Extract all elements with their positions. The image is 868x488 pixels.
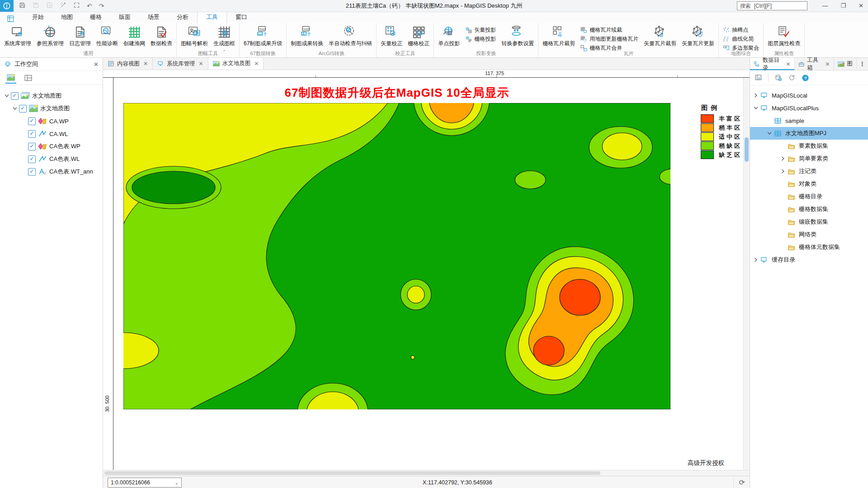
system-library-button[interactable]: 系统库管理 <box>1 25 34 47</box>
layer-row-ca-colortable-wl[interactable]: ✓ CA色表.WL <box>0 153 103 165</box>
catalog-row-mapgislocal[interactable]: MapGISLocal <box>750 89 868 102</box>
vertical-scrollbar[interactable] <box>743 78 750 470</box>
catalog-row-raster-catalog[interactable]: 栅格目录 <box>750 190 868 203</box>
chevron-down-icon[interactable] <box>3 94 11 98</box>
ribbon-tab-analysis[interactable]: 分析 <box>168 12 197 23</box>
catalog-row-simple-feature-class[interactable]: 简单要素类 <box>750 152 868 165</box>
help-icon[interactable]: ? <box>802 74 809 82</box>
catalog-row-annotation-class[interactable]: 注记类 <box>750 165 868 178</box>
ribbon-tab-map[interactable]: 地图 <box>52 12 81 23</box>
data-check-button[interactable]: 数据检查 <box>148 25 175 47</box>
catalog-row-hydrogeology-mpj[interactable]: 水文地质图MPJ <box>750 127 868 140</box>
save-all-icon[interactable] <box>46 2 53 10</box>
refresh-icon[interactable] <box>788 74 796 81</box>
workspace-close-icon[interactable]: ✕ <box>94 61 99 68</box>
doc-tab-hydrogeology-map[interactable]: 水文地质图✕ <box>208 58 264 70</box>
minimize-button[interactable]: — <box>822 0 828 12</box>
catalog-row-mapgislocalplus[interactable]: MapGISLocalPlus <box>750 102 868 114</box>
doc-tab-content-view[interactable]: 内容视图✕ <box>103 58 153 70</box>
more-tabs-icon[interactable]: ⋮ <box>857 58 868 70</box>
thematic-map[interactable] <box>123 103 670 409</box>
chevron-down-icon[interactable] <box>11 106 19 111</box>
vertical-scrollbar-thumb[interactable] <box>745 137 749 162</box>
add-datasource-icon[interactable] <box>774 74 782 81</box>
layer-checkbox[interactable]: ✓ <box>19 105 27 113</box>
update-tiles-by-map-button[interactable]: 用地图更新栅格瓦片 <box>580 35 638 43</box>
doc-tab-system-library[interactable]: 系统库管理✕ <box>153 58 208 70</box>
panel-settings-icon[interactable] <box>755 74 762 81</box>
scale-select[interactable]: 1:0.0005216066 ⌄ <box>108 478 182 488</box>
raster-correct-button[interactable]: 栅格校正 <box>405 25 432 47</box>
layer-checkbox[interactable]: ✓ <box>11 92 19 100</box>
upgrade-67-mapdata-button[interactable]: mapxmpj 67制图成果升级 <box>241 25 285 47</box>
vector-project-button[interactable]: 矢量投影 <box>465 26 496 34</box>
maximize-button[interactable]: ❐ <box>840 0 846 12</box>
refresh-icon[interactable]: ⟳ <box>733 478 745 487</box>
catalog-row-voxel-dataset[interactable]: 栅格体元数据集 <box>750 241 868 253</box>
fit-window-icon[interactable] <box>73 2 80 10</box>
search-input[interactable] <box>737 1 807 10</box>
redo-icon[interactable]: ↷ <box>99 2 104 9</box>
wand-icon[interactable] <box>60 2 66 10</box>
catalog-row-feature-dataset[interactable]: 要素数据集 <box>750 140 868 152</box>
save-as-icon[interactable] <box>33 2 39 10</box>
close-icon[interactable]: ✕ <box>825 61 830 67</box>
ribbon-tab-tools[interactable]: 工具 <box>197 11 227 23</box>
layer-row-ca-wp[interactable]: ✓ CA.WP <box>0 115 103 127</box>
raster-tile-continue-clip-button[interactable]: 栅格瓦片续裁 <box>580 26 638 34</box>
ribbon-tab-window[interactable]: 窗口 <box>227 12 256 23</box>
single-point-project-button[interactable]: 单点投影 <box>435 25 462 47</box>
semi-auto-check-button[interactable]: 半自动检查与纠错 <box>326 25 375 47</box>
chevron-down-icon[interactable] <box>765 131 774 136</box>
layer-checkbox[interactable]: ✓ <box>28 168 36 176</box>
tab-data-catalog[interactable]: 数据目录✕ <box>750 58 795 70</box>
layer-row-ca-colortable-wp[interactable]: ✓ CA色表.WP <box>0 140 103 153</box>
chevron-right-icon[interactable] <box>779 169 787 174</box>
chevron-right-icon[interactable] <box>752 258 760 262</box>
sheet-number-parse-button[interactable]: 图幅号解析 <box>178 25 211 47</box>
ribbon-tab-raster[interactable]: 栅格 <box>81 12 110 23</box>
simplify-curve-button[interactable]: 曲线化简 <box>723 35 759 43</box>
horizontal-scrollbar-thumb[interactable] <box>104 471 600 475</box>
close-icon[interactable]: ✕ <box>199 61 203 67</box>
ribbon-tab-start[interactable]: 开始 <box>24 12 52 23</box>
workspace-layout-view-tab[interactable] <box>23 72 33 83</box>
layer-row-ca-wl[interactable]: ✓ CA.WL <box>0 127 103 140</box>
thin-points-button[interactable]: 抽稀点 <box>723 26 759 34</box>
close-icon[interactable]: ✕ <box>254 61 259 67</box>
raster-tile-clip-button[interactable]: 栅格瓦片裁剪 <box>540 25 578 47</box>
log-management-button[interactable]: 日志管理 <box>66 25 94 47</box>
ribbon-tab-layout[interactable]: 版面 <box>110 12 139 23</box>
catalog-row-mosaic-dataset[interactable]: 镶嵌数据集 <box>750 216 868 228</box>
catalog-row-raster-dataset[interactable]: 栅格数据集 <box>750 203 868 216</box>
create-fishnet-button[interactable]: 创建渔网 <box>121 25 148 47</box>
layer-checkbox[interactable]: ✓ <box>28 143 36 150</box>
chevron-right-icon[interactable] <box>752 93 760 98</box>
map-result-convert-button[interactable]: mapxA 制图成果转换 <box>288 25 326 47</box>
raster-project-button[interactable]: 栅格投影 <box>465 35 496 43</box>
close-icon[interactable]: ✕ <box>143 61 148 67</box>
performance-diagnosis-button[interactable]: 性能诊断 <box>94 25 121 47</box>
vector-tile-clip-button[interactable]: 矢量瓦片裁剪 <box>641 25 679 47</box>
chevron-down-icon[interactable] <box>752 106 760 110</box>
layer-row-map[interactable]: ✓ 水文地质图 <box>0 102 103 115</box>
catalog-row-cache-catalog[interactable]: 缓存目录 <box>750 253 868 266</box>
vector-tile-update-button[interactable]: 矢量瓦片更新 <box>679 25 717 47</box>
layer-row-ca-colortable-annotation[interactable]: ✓ CA色表.WT_ann <box>0 165 103 178</box>
transform-params-button[interactable]: 转换参数设置 <box>499 25 537 47</box>
workspace-map-view-tab[interactable] <box>5 72 16 84</box>
catalog-row-network-class[interactable]: 网络类 <box>750 228 868 241</box>
reference-system-button[interactable]: 参照系管理 <box>34 25 66 47</box>
file-menu-icon[interactable] <box>4 14 17 23</box>
save-icon[interactable] <box>19 2 26 10</box>
generate-frame-button[interactable]: 生成图框 ⌄ <box>211 25 238 51</box>
ribbon-tab-scene[interactable]: 场景 <box>139 12 168 23</box>
catalog-row-object-class[interactable]: 对象类 <box>750 178 868 190</box>
close-button[interactable]: ✕ <box>859 0 863 12</box>
layer-checkbox[interactable]: ✓ <box>28 155 36 163</box>
layer-row-map-document[interactable]: ✓ 水文地质图 <box>0 89 103 102</box>
horizontal-scrollbar[interactable] <box>103 470 750 476</box>
chevron-right-icon[interactable] <box>779 156 787 161</box>
layer-attribute-check-button[interactable]: 图层属性检查 <box>765 25 803 47</box>
tab-map-edit[interactable]: 图 <box>834 58 857 70</box>
